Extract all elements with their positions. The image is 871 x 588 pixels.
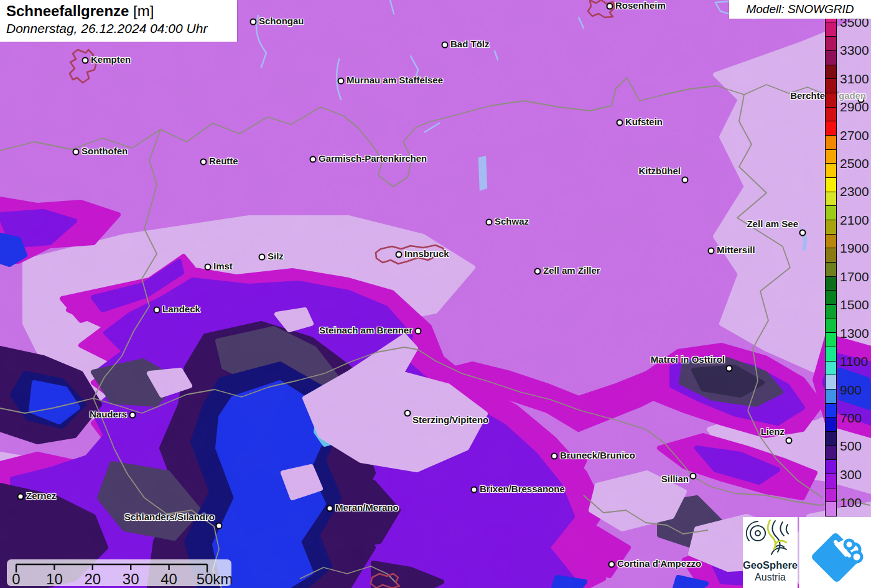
colorbar-cell-600-700m — [826, 417, 836, 431]
colorbar-cell-3200-3300m — [826, 50, 836, 65]
city-label: Mittersill — [717, 245, 755, 255]
colorbar-cell-2000-2100m — [826, 220, 836, 234]
colorbar-label-500: 500 — [840, 439, 862, 452]
weather-map-canvas — [0, 0, 871, 588]
city-marker-icon — [200, 159, 207, 166]
city-marker-icon — [551, 453, 558, 460]
colorbar-cell-1100-1200m — [826, 347, 836, 361]
city-label: Schlanders/Silandro — [124, 511, 215, 522]
colorbar-cell-500-600m — [826, 431, 836, 446]
colorbar-cell-900-1000m — [826, 375, 836, 389]
geosphere-logo-art — [743, 517, 798, 558]
city-marker-icon — [396, 251, 403, 258]
city-label: Zell am Ziller — [543, 265, 600, 276]
colorbar-label-2300: 2300 — [840, 185, 869, 198]
colorbar-cell-1300-1400m — [826, 319, 836, 333]
city-label: Zernez — [26, 490, 56, 501]
scalebar-label-20: 20 — [84, 571, 101, 586]
colorbar-label-100: 100 — [840, 496, 862, 509]
city-marker-icon — [73, 149, 80, 156]
geosphere-logo: GeoSphere Austria — [743, 517, 798, 588]
colorbar-label-300: 300 — [840, 467, 862, 480]
city-label: Lienz — [761, 426, 785, 437]
city-marker-icon — [486, 219, 493, 226]
city-marker-icon — [617, 119, 623, 126]
colorbar-cell-300-400m — [826, 459, 836, 474]
city-label: Schwaz — [495, 216, 529, 226]
snowline-colorbar — [825, 7, 837, 516]
city-marker-icon — [338, 78, 345, 85]
distance-scalebar: 01020304050km — [7, 559, 231, 586]
city-marker-icon — [799, 230, 806, 236]
city-label: Bruneck/Brunico — [560, 450, 635, 460]
colorbar-label-2900: 2900 — [840, 100, 869, 113]
colorbar-cell-1700-1800m — [826, 262, 836, 276]
model-label: Modell: SNOWGRID — [729, 0, 871, 19]
city-marker-icon — [17, 493, 24, 500]
colorbar-cell-100-200m — [826, 488, 836, 502]
city-label: Sillian — [661, 474, 689, 484]
title-datetime: Donnerstag, 26.12.2024 04:00 Uhr — [6, 21, 231, 36]
colorbar-cell-400-500m — [826, 446, 836, 460]
title-unit: [m] — [133, 2, 154, 19]
geosphere-logo-text: GeoSphere Austria — [743, 559, 798, 583]
city-label: Schongau — [259, 16, 304, 26]
city-marker-icon — [216, 523, 223, 530]
scalebar-label-10: 10 — [46, 571, 63, 586]
colorbar-cell-1900-2000m — [826, 234, 836, 248]
colorbar-cell-3100-3200m — [826, 65, 836, 79]
city-marker-icon — [690, 473, 697, 480]
geosphere-country: Austria — [743, 571, 798, 583]
colorbar-cell-2900-3000m — [826, 93, 836, 107]
colorbar-cell-1500-1600m — [826, 290, 836, 304]
colorbar-label-3100: 3100 — [840, 72, 869, 85]
city-marker-icon — [310, 156, 317, 163]
city-marker-icon — [205, 264, 212, 271]
colorbar-label-1300: 1300 — [840, 326, 869, 339]
city-marker-icon — [82, 57, 89, 64]
snowline-fill-regions — [0, 0, 871, 588]
colorbar-label-3300: 3300 — [840, 44, 869, 57]
colorbar-cell-2700-2800m — [826, 121, 836, 135]
scalebar-label-30: 30 — [123, 571, 139, 586]
colorbar-cell-3300-3400m — [826, 36, 836, 50]
colorbar-cell-1000-1100m — [826, 361, 836, 375]
city-marker-icon — [708, 248, 715, 254]
city-marker-icon — [608, 561, 615, 568]
colorbar-cell-800-900m — [826, 389, 836, 403]
city-label: Innsbruck — [404, 248, 449, 259]
colorbar-cell-700-800m — [826, 403, 836, 418]
city-label-part: Berchte — [790, 90, 825, 101]
colorbar-cell-2600-2700m — [826, 135, 836, 149]
city-marker-icon — [442, 42, 449, 49]
city-marker-icon — [534, 268, 541, 275]
page-title: Schneefallgrenze [m] — [6, 2, 231, 20]
city-label: Kitzbühel — [639, 166, 681, 176]
colorbar-cell-1200-1300m — [826, 332, 836, 347]
colorbar-label-1700: 1700 — [840, 269, 869, 282]
colorbar-cell-1800-1900m — [826, 248, 836, 262]
city-marker-icon — [129, 412, 136, 419]
colorbar-label-900: 900 — [840, 383, 862, 396]
city-label: Sterzing/Vipiteno — [412, 414, 488, 425]
city-label: Reutte — [209, 156, 238, 166]
city-marker-icon — [726, 365, 733, 372]
city-label: Silz — [268, 251, 284, 261]
colorbar-cell-3000-3100m — [826, 78, 836, 93]
colorbar-cell-200-300m — [826, 474, 836, 488]
colorbar-label-1500: 1500 — [840, 298, 869, 311]
colorbar-cell-2800-2900m — [826, 107, 836, 121]
colorbar-cell-2100-2200m — [826, 205, 836, 220]
city-label: Kempten — [91, 54, 131, 65]
colorbar-label-1100: 1100 — [840, 355, 868, 368]
city-marker-icon — [154, 307, 161, 314]
colorbar-cell-3400-3500m — [826, 22, 836, 36]
city-label: Kufstein — [625, 116, 663, 127]
avalanche-service-logo — [799, 517, 871, 588]
city-marker-icon — [250, 19, 257, 26]
colorbar-cell-2300-2400m — [826, 177, 836, 192]
colorbar-cell-2200-2300m — [826, 192, 836, 206]
city-marker-icon — [415, 328, 422, 335]
scalebar-label-50km: 50km — [197, 571, 231, 586]
title-variable: Schneefallgrenze — [6, 2, 129, 19]
